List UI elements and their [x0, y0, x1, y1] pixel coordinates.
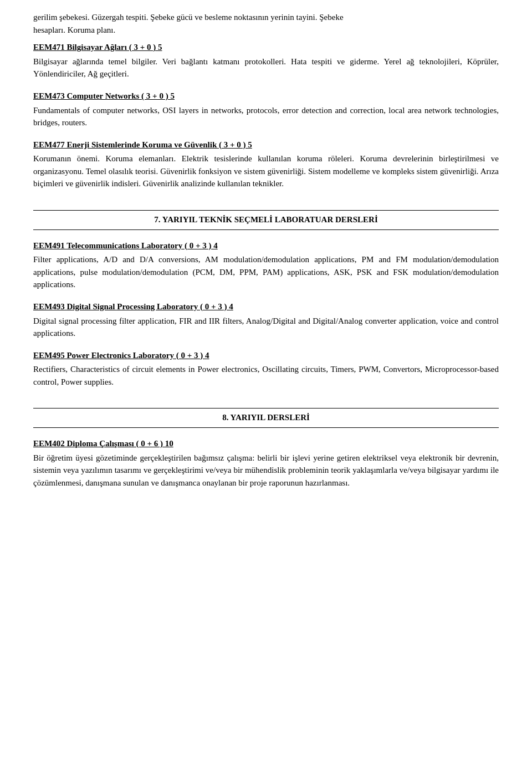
section8-container: 8. YARIYIL DERSLERİ: [33, 408, 499, 428]
eem402-title: EEM402 Diploma Çalışması ( 0 + 6 ) 10: [33, 438, 499, 450]
intro-line2: hesapları. Koruma planı.: [33, 25, 115, 34]
eem493-title: EEM493 Digital Signal Processing Laborat…: [33, 301, 499, 313]
eem495-desc: Rectifiers, Characteristics of circuit e…: [33, 363, 499, 388]
eem402-block: EEM402 Diploma Çalışması ( 0 + 6 ) 10 Bi…: [33, 438, 499, 489]
intro-text: gerilim şebekesi. Güzergah tespiti. Şebe…: [33, 11, 499, 36]
eem402-desc: Bir öğretim üyesi gözetiminde gerçekleşt…: [33, 452, 499, 489]
eem493-block: EEM493 Digital Signal Processing Laborat…: [33, 301, 499, 340]
eem473-block: EEM473 Computer Networks ( 3 + 0 ) 5 Fun…: [33, 90, 499, 129]
eem473-title: EEM473 Computer Networks ( 3 + 0 ) 5: [33, 90, 499, 103]
eem477-title: EEM477 Enerji Sistemlerinde Koruma ve Gü…: [33, 139, 499, 151]
eem473-desc: Fundamentals of computer networks, OSI l…: [33, 104, 499, 129]
eem471-block: EEM471 Bilgisayar Ağları ( 3 + 0 ) 5 Bil…: [33, 42, 499, 80]
eem477-block: EEM477 Enerji Sistemlerinde Koruma ve Gü…: [33, 139, 499, 190]
eem491-block: EEM491 Telecommunications Laboratory ( 0…: [33, 240, 499, 291]
intro-line1: gerilim şebekesi. Güzergah tespiti. Şebe…: [33, 13, 344, 22]
section7-container: 7. YARIYIL TEKNİK SEÇMELİ LABORATUAR DER…: [33, 210, 499, 230]
eem471-title: EEM471 Bilgisayar Ağları ( 3 + 0 ) 5: [33, 42, 499, 54]
section7-header: 7. YARIYIL TEKNİK SEÇMELİ LABORATUAR DER…: [33, 210, 499, 230]
section8-header: 8. YARIYIL DERSLERİ: [33, 408, 499, 428]
eem491-title: EEM491 Telecommunications Laboratory ( 0…: [33, 240, 499, 252]
eem471-desc: Bilgisayar ağlarında temel bilgiler. Ver…: [33, 55, 499, 80]
eem477-desc: Korumanın önemi. Koruma elemanları. Elek…: [33, 152, 499, 190]
eem491-desc: Filter applications, A/D and D/A convers…: [33, 253, 499, 291]
eem495-title: EEM495 Power Electronics Laboratory ( 0 …: [33, 350, 499, 362]
eem495-block: EEM495 Power Electronics Laboratory ( 0 …: [33, 350, 499, 389]
eem493-desc: Digital signal processing filter applica…: [33, 315, 499, 340]
